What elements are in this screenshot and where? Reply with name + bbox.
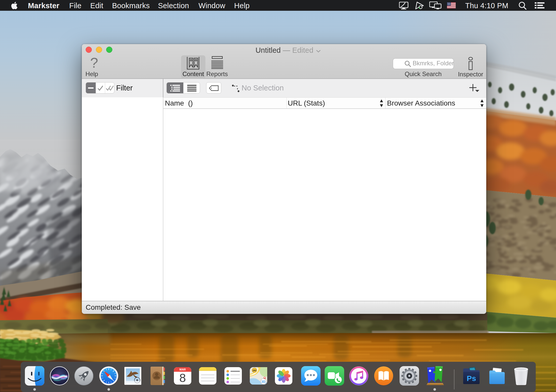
svg-text:280: 280 (252, 369, 256, 372)
svg-text:8: 8 (179, 371, 186, 385)
svg-text:3D: 3D (261, 380, 265, 384)
svg-text:MAR: MAR (179, 368, 186, 371)
svg-text:Ps: Ps (467, 374, 476, 383)
